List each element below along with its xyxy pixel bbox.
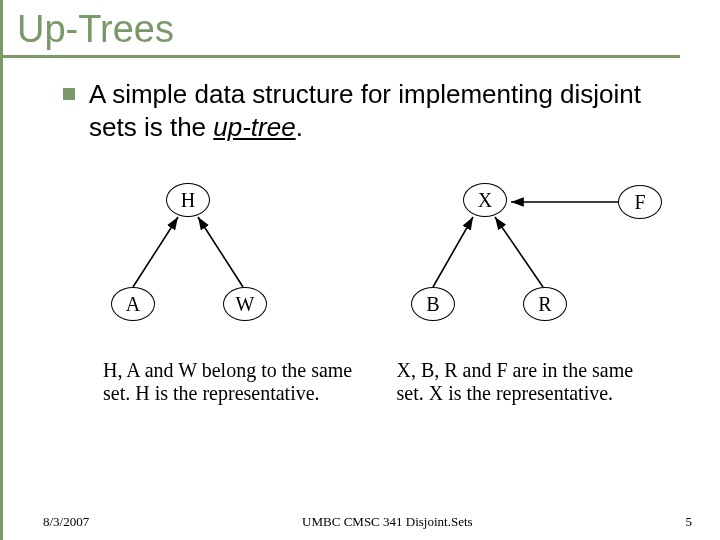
footer-date: 8/3/2007 (43, 514, 89, 530)
footer-course: UMBC CMSC 341 Disjoint.Sets (302, 514, 473, 530)
node-W: W (223, 287, 267, 321)
node-H: H (166, 183, 210, 217)
node-F: F (618, 185, 662, 219)
bullet-em: up-tree (213, 112, 295, 142)
footer: 8/3/2007 UMBC CMSC 341 Disjoint.Sets 5 (3, 514, 720, 530)
caption-right: X, B, R and F are in the same set. X is … (397, 359, 651, 405)
bullet-pre: A simple data structure for implementing… (89, 79, 641, 142)
node-A: A (111, 287, 155, 321)
captions: H, A and W belong to the same set. H is … (63, 347, 690, 405)
svg-line-3 (495, 217, 543, 287)
footer-page: 5 (685, 514, 692, 530)
edges (63, 167, 703, 347)
body: A simple data structure for implementing… (3, 58, 720, 405)
node-R: R (523, 287, 567, 321)
svg-line-0 (133, 217, 178, 287)
svg-line-1 (198, 217, 243, 287)
diagram: H A W X F B R (63, 167, 703, 347)
bullet-icon (63, 88, 75, 100)
bullet-text: A simple data structure for implementing… (89, 78, 690, 143)
node-B: B (411, 287, 455, 321)
slide-title: Up-Trees (0, 0, 680, 58)
bullet-post: . (296, 112, 303, 142)
node-X: X (463, 183, 507, 217)
caption-left: H, A and W belong to the same set. H is … (103, 359, 357, 405)
svg-line-2 (433, 217, 473, 287)
bullet-item: A simple data structure for implementing… (63, 78, 690, 143)
